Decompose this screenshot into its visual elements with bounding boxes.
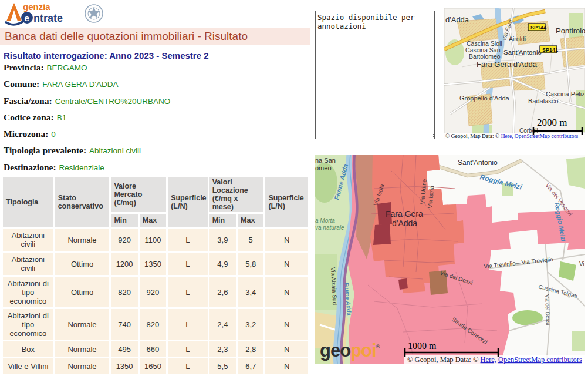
- attribution-link-osm[interactable]: OpenStreetMap contributors: [498, 355, 582, 364]
- logo-text-e: e: [25, 13, 29, 23]
- cell-superficie: N: [265, 309, 308, 340]
- map-label: Vi: [579, 261, 584, 267]
- cell-max: 6,7: [238, 358, 263, 374]
- cell-superficie: L: [168, 309, 208, 340]
- field-provincia: Provincia:BERGAMO: [4, 62, 309, 79]
- field-value: B1: [57, 113, 67, 122]
- map-label: Airoldi: [509, 35, 526, 42]
- cell-stato: Ottimo: [55, 277, 110, 307]
- cell-superficie: L: [168, 253, 208, 275]
- col-header-superficie-2: Superficie (L/N): [265, 177, 308, 227]
- map-label: d'Adda: [445, 15, 469, 24]
- col-header-min-2: Min: [209, 214, 236, 227]
- field-fascia-zona: Fascia/zona:Centrale/CENTRO%20URBANO: [4, 96, 309, 112]
- cell-stato: Normale: [55, 309, 110, 340]
- attribution-link-osm[interactable]: OpenStreetMap contributors: [515, 133, 579, 139]
- map-label: Bartolomeo: [469, 53, 501, 60]
- field-value: BERGAMO: [47, 63, 87, 72]
- cell-max: 1350: [140, 253, 166, 275]
- map-attribution: © Geopoi, Map Data: © Here, OpenStreetMa…: [407, 355, 582, 364]
- cell-max: 660: [140, 341, 166, 357]
- col-header-max-2: Max: [238, 214, 263, 227]
- map-label: a Morta -: [315, 217, 339, 224]
- cell-superficie: N: [265, 253, 308, 275]
- map-label: na San: [315, 157, 336, 164]
- attribution-link-here[interactable]: Here,: [481, 355, 496, 364]
- col-header-stato: Stato conservativo: [55, 177, 110, 227]
- table-row: Abitazioni civiliOttimo12001350L4,95,8N: [3, 253, 308, 275]
- cell-min: 920: [111, 229, 137, 251]
- scale-label: 2000 m: [537, 117, 567, 128]
- field-label: Comune:: [4, 79, 39, 89]
- cell-max: 5: [238, 229, 263, 251]
- table-header-row: Tipologia Stato conservativo Valore Merc…: [3, 177, 308, 212]
- cell-min: 2,6: [209, 277, 236, 307]
- quotations-table: Tipologia Stato conservativo Valore Merc…: [1, 175, 310, 375]
- map-label: Fara Gera: [386, 209, 423, 219]
- result-heading: Risultato interrogazione: Anno 2023 - Se…: [4, 51, 209, 61]
- page: genzia e ntrate Banca dati delle quotazi…: [0, 0, 588, 376]
- result-fields: Provincia:BERGAMO Comune:FARA GERA D'ADD…: [4, 62, 309, 179]
- cell-superficie: N: [265, 229, 308, 251]
- map-label: Fara Gera d'Adda: [477, 60, 538, 69]
- cell-min: 1350: [111, 358, 137, 374]
- cell-max: 5,8: [238, 253, 263, 275]
- attribution-link-here[interactable]: Here,: [501, 133, 513, 139]
- map-label: va naturale: [315, 224, 344, 231]
- field-microzona: Microzona:0: [4, 129, 309, 145]
- map-label: d'Adda: [392, 219, 417, 228]
- cell-min: 2,4: [209, 309, 236, 340]
- field-value: FARA GERA D'ADDA: [42, 80, 118, 89]
- road-badge-sp144: SP144: [528, 24, 546, 31]
- cell-min: 3,9: [209, 229, 236, 251]
- map-label: Sant'Antonio: [503, 49, 542, 56]
- svg-text:SP144: SP144: [530, 25, 546, 31]
- map-label: Cascina Peliza: [546, 90, 585, 98]
- agenzia-entrate-logo: genzia e ntrate: [5, 1, 109, 27]
- cell-superficie: L: [168, 341, 208, 357]
- zone-map[interactable]: na San omeo Fiume Adda Sant'Antonio Rogg…: [315, 155, 585, 364]
- road-badge-sp141: SP141: [540, 46, 558, 53]
- cell-stato: Ottimo: [55, 253, 110, 275]
- logo-a-icon: [5, 3, 25, 25]
- map-label: Via dei Dossi: [544, 294, 551, 325]
- logo-text-ntrate: ntrate: [33, 12, 63, 24]
- cell-superficie: N: [265, 341, 308, 357]
- map-label: Sant'Antonio: [458, 159, 498, 167]
- col-header-valore-mercato: Valore Mercato (€/mq): [111, 177, 166, 212]
- table-row: Abitazioni di tipo economicoNormale74082…: [3, 309, 308, 340]
- cell-max: 1650: [140, 358, 166, 374]
- cell-superficie: N: [265, 358, 308, 374]
- cell-min: 4,9: [209, 253, 236, 275]
- page-title: Banca dati delle quotazioni immobiliari …: [0, 28, 310, 43]
- svg-text:SP141: SP141: [542, 47, 558, 53]
- field-value: Abitazioni civili: [89, 146, 141, 155]
- annotations-textarea[interactable]: Spazio disponibile per annotazioni: [315, 11, 435, 139]
- cell-max: 1100: [140, 229, 166, 251]
- cell-max: 820: [140, 309, 166, 340]
- cell-tipologia: Ville e Villini: [3, 358, 53, 374]
- cell-superficie: N: [265, 277, 308, 307]
- cell-min: 1200: [111, 253, 137, 275]
- cell-min: 820: [111, 277, 137, 307]
- cell-tipologia: Abitazioni di tipo economico: [3, 309, 53, 340]
- field-value: 0: [51, 130, 56, 139]
- table-row: Abitazioni di tipo economicoOttimo820920…: [3, 277, 308, 307]
- cell-stato: Normale: [55, 341, 110, 357]
- map-label: Badalasco: [528, 98, 558, 105]
- field-label: Fascia/zona:: [4, 96, 52, 106]
- overview-map[interactable]: d'Adda Cascina Sioli Cascina San Bartolo…: [444, 8, 585, 139]
- cell-max: 920: [140, 277, 166, 307]
- table-row: Ville e VilliniNormale13501650L5,56,7N: [3, 358, 308, 374]
- cell-max: 3,4: [238, 277, 263, 307]
- cell-tipologia: Abitazioni di tipo economico: [3, 277, 53, 307]
- cell-superficie: L: [168, 229, 208, 251]
- cell-min: 740: [111, 309, 137, 340]
- field-comune: Comune:FARA GERA D'ADDA: [4, 79, 309, 95]
- cell-min: 2,3: [209, 341, 236, 357]
- cell-tipologia: Box: [3, 341, 53, 357]
- field-codice-zona: Codice zona:B1: [4, 112, 309, 129]
- geopoi-logo: geopoi®: [320, 340, 380, 361]
- map-label: Pontirolo: [556, 26, 585, 35]
- cell-superficie: L: [168, 358, 208, 374]
